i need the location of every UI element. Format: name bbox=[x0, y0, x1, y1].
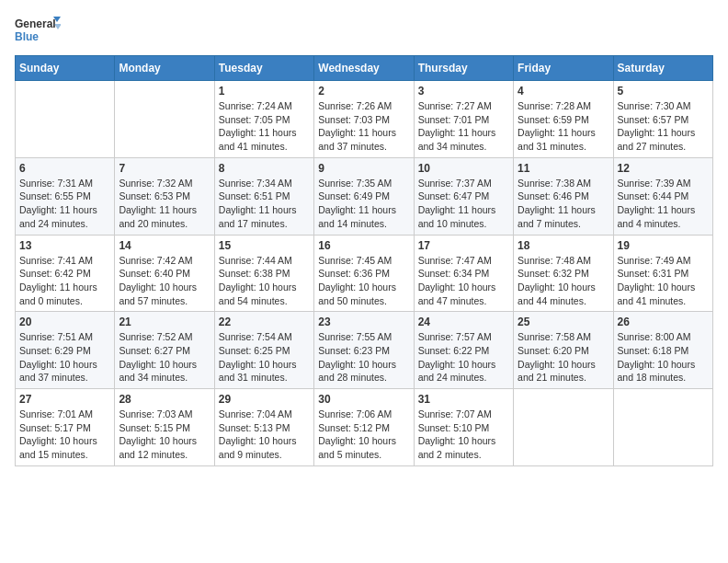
day-number: 22 bbox=[219, 316, 310, 328]
header-wednesday: Wednesday bbox=[314, 56, 414, 81]
day-number: 21 bbox=[119, 316, 210, 328]
day-info: Sunrise: 8:00 AMSunset: 6:18 PMDaylight:… bbox=[618, 330, 709, 385]
day-info: Sunrise: 7:35 AMSunset: 6:49 PMDaylight:… bbox=[318, 177, 409, 231]
calendar-cell: 9Sunrise: 7:35 AMSunset: 6:49 PMDaylight… bbox=[314, 157, 414, 235]
calendar-cell: 4Sunrise: 7:28 AMSunset: 6:59 PMDaylight… bbox=[514, 81, 613, 158]
header-friday: Friday bbox=[514, 56, 613, 81]
day-info: Sunrise: 7:51 AMSunset: 6:29 PMDaylight:… bbox=[19, 330, 110, 385]
day-info: Sunrise: 7:37 AMSunset: 6:47 PMDaylight:… bbox=[418, 177, 509, 231]
day-info: Sunrise: 7:04 AMSunset: 5:13 PMDaylight:… bbox=[219, 408, 310, 462]
day-number: 27 bbox=[19, 393, 110, 406]
day-number: 7 bbox=[119, 162, 210, 175]
day-info: Sunrise: 7:57 AMSunset: 6:22 PMDaylight:… bbox=[418, 330, 509, 385]
page-header: General Blue bbox=[15, 15, 713, 48]
calendar-cell: 27Sunrise: 7:01 AMSunset: 5:17 PMDayligh… bbox=[16, 389, 115, 466]
calendar-cell: 21Sunrise: 7:52 AMSunset: 6:27 PMDayligh… bbox=[115, 312, 214, 389]
logo: General Blue bbox=[15, 15, 61, 48]
day-number: 15 bbox=[219, 239, 310, 252]
calendar-cell: 15Sunrise: 7:44 AMSunset: 6:38 PMDayligh… bbox=[214, 235, 313, 312]
day-number: 19 bbox=[618, 239, 709, 252]
calendar-cell bbox=[613, 389, 712, 466]
calendar-cell: 23Sunrise: 7:55 AMSunset: 6:23 PMDayligh… bbox=[314, 312, 414, 389]
calendar-cell bbox=[514, 389, 613, 466]
day-number: 12 bbox=[618, 162, 709, 175]
day-info: Sunrise: 7:48 AMSunset: 6:32 PMDaylight:… bbox=[518, 254, 609, 308]
day-number: 1 bbox=[219, 85, 310, 98]
calendar-cell: 22Sunrise: 7:54 AMSunset: 6:25 PMDayligh… bbox=[214, 312, 313, 389]
day-info: Sunrise: 7:54 AMSunset: 6:25 PMDaylight:… bbox=[219, 330, 310, 385]
day-number: 17 bbox=[418, 239, 509, 252]
calendar-cell: 30Sunrise: 7:06 AMSunset: 5:12 PMDayligh… bbox=[314, 389, 414, 466]
calendar-cell: 20Sunrise: 7:51 AMSunset: 6:29 PMDayligh… bbox=[16, 312, 115, 389]
day-info: Sunrise: 7:26 AMSunset: 7:03 PMDaylight:… bbox=[318, 99, 409, 154]
day-info: Sunrise: 7:44 AMSunset: 6:38 PMDaylight:… bbox=[219, 254, 310, 308]
day-info: Sunrise: 7:41 AMSunset: 6:42 PMDaylight:… bbox=[19, 254, 110, 308]
day-number: 13 bbox=[19, 239, 110, 252]
calendar-cell: 8Sunrise: 7:34 AMSunset: 6:51 PMDaylight… bbox=[214, 157, 313, 235]
calendar-cell: 24Sunrise: 7:57 AMSunset: 6:22 PMDayligh… bbox=[414, 312, 513, 389]
calendar-cell: 19Sunrise: 7:49 AMSunset: 6:31 PMDayligh… bbox=[613, 235, 712, 312]
calendar-cell: 10Sunrise: 7:37 AMSunset: 6:47 PMDayligh… bbox=[414, 157, 513, 235]
calendar-cell: 2Sunrise: 7:26 AMSunset: 7:03 PMDaylight… bbox=[314, 81, 414, 158]
day-number: 24 bbox=[418, 316, 509, 328]
day-info: Sunrise: 7:55 AMSunset: 6:23 PMDaylight:… bbox=[318, 330, 409, 385]
calendar-cell: 18Sunrise: 7:48 AMSunset: 6:32 PMDayligh… bbox=[514, 235, 613, 312]
day-info: Sunrise: 7:06 AMSunset: 5:12 PMDaylight:… bbox=[318, 408, 409, 462]
day-info: Sunrise: 7:38 AMSunset: 6:46 PMDaylight:… bbox=[518, 177, 609, 231]
week-row-1: 6Sunrise: 7:31 AMSunset: 6:55 PMDaylight… bbox=[16, 157, 713, 235]
calendar-cell: 14Sunrise: 7:42 AMSunset: 6:40 PMDayligh… bbox=[115, 235, 214, 312]
day-number: 29 bbox=[219, 393, 310, 406]
svg-text:Blue: Blue bbox=[15, 30, 39, 43]
calendar-table: SundayMondayTuesdayWednesdayThursdayFrid… bbox=[15, 55, 713, 466]
day-info: Sunrise: 7:52 AMSunset: 6:27 PMDaylight:… bbox=[119, 330, 210, 385]
logo-svg: General Blue bbox=[15, 15, 61, 48]
calendar-cell: 13Sunrise: 7:41 AMSunset: 6:42 PMDayligh… bbox=[16, 235, 115, 312]
day-number: 20 bbox=[19, 316, 110, 328]
calendar-cell: 7Sunrise: 7:32 AMSunset: 6:53 PMDaylight… bbox=[115, 157, 214, 235]
calendar-cell: 25Sunrise: 7:58 AMSunset: 6:20 PMDayligh… bbox=[514, 312, 613, 389]
week-row-3: 20Sunrise: 7:51 AMSunset: 6:29 PMDayligh… bbox=[16, 312, 713, 389]
header-sunday: Sunday bbox=[16, 56, 115, 81]
day-number: 5 bbox=[618, 85, 709, 98]
calendar-cell: 12Sunrise: 7:39 AMSunset: 6:44 PMDayligh… bbox=[613, 157, 712, 235]
day-info: Sunrise: 7:42 AMSunset: 6:40 PMDaylight:… bbox=[119, 254, 210, 308]
day-info: Sunrise: 7:58 AMSunset: 6:20 PMDaylight:… bbox=[518, 330, 609, 385]
header-monday: Monday bbox=[115, 56, 214, 81]
day-info: Sunrise: 7:32 AMSunset: 6:53 PMDaylight:… bbox=[119, 177, 210, 231]
calendar-cell: 16Sunrise: 7:45 AMSunset: 6:36 PMDayligh… bbox=[314, 235, 414, 312]
calendar-cell: 3Sunrise: 7:27 AMSunset: 7:01 PMDaylight… bbox=[414, 81, 513, 158]
day-info: Sunrise: 7:47 AMSunset: 6:34 PMDaylight:… bbox=[418, 254, 509, 308]
header-tuesday: Tuesday bbox=[214, 56, 313, 81]
calendar-header-row: SundayMondayTuesdayWednesdayThursdayFrid… bbox=[16, 56, 713, 81]
day-info: Sunrise: 7:34 AMSunset: 6:51 PMDaylight:… bbox=[219, 177, 310, 231]
day-info: Sunrise: 7:39 AMSunset: 6:44 PMDaylight:… bbox=[618, 177, 709, 231]
day-number: 11 bbox=[518, 162, 609, 175]
day-info: Sunrise: 7:03 AMSunset: 5:15 PMDaylight:… bbox=[119, 408, 210, 462]
day-info: Sunrise: 7:01 AMSunset: 5:17 PMDaylight:… bbox=[19, 408, 110, 462]
calendar-cell: 31Sunrise: 7:07 AMSunset: 5:10 PMDayligh… bbox=[414, 389, 513, 466]
day-info: Sunrise: 7:28 AMSunset: 6:59 PMDaylight:… bbox=[518, 99, 609, 154]
calendar-cell: 29Sunrise: 7:04 AMSunset: 5:13 PMDayligh… bbox=[214, 389, 313, 466]
calendar-cell: 28Sunrise: 7:03 AMSunset: 5:15 PMDayligh… bbox=[115, 389, 214, 466]
svg-text:General: General bbox=[15, 17, 56, 30]
week-row-4: 27Sunrise: 7:01 AMSunset: 5:17 PMDayligh… bbox=[16, 389, 713, 466]
day-number: 28 bbox=[119, 393, 210, 406]
day-number: 18 bbox=[518, 239, 609, 252]
day-info: Sunrise: 7:27 AMSunset: 7:01 PMDaylight:… bbox=[418, 99, 509, 154]
calendar-cell: 5Sunrise: 7:30 AMSunset: 6:57 PMDaylight… bbox=[613, 81, 712, 158]
calendar-cell: 26Sunrise: 8:00 AMSunset: 6:18 PMDayligh… bbox=[613, 312, 712, 389]
day-info: Sunrise: 7:30 AMSunset: 6:57 PMDaylight:… bbox=[618, 99, 709, 154]
week-row-0: 1Sunrise: 7:24 AMSunset: 7:05 PMDaylight… bbox=[16, 81, 713, 158]
day-number: 9 bbox=[318, 162, 409, 175]
day-number: 14 bbox=[119, 239, 210, 252]
calendar-cell: 1Sunrise: 7:24 AMSunset: 7:05 PMDaylight… bbox=[214, 81, 313, 158]
day-number: 16 bbox=[318, 239, 409, 252]
calendar-cell: 6Sunrise: 7:31 AMSunset: 6:55 PMDaylight… bbox=[16, 157, 115, 235]
calendar-cell: 11Sunrise: 7:38 AMSunset: 6:46 PMDayligh… bbox=[514, 157, 613, 235]
day-number: 26 bbox=[618, 316, 709, 328]
day-number: 31 bbox=[418, 393, 509, 406]
day-number: 25 bbox=[518, 316, 609, 328]
week-row-2: 13Sunrise: 7:41 AMSunset: 6:42 PMDayligh… bbox=[16, 235, 713, 312]
day-number: 3 bbox=[418, 85, 509, 98]
day-number: 8 bbox=[219, 162, 310, 175]
